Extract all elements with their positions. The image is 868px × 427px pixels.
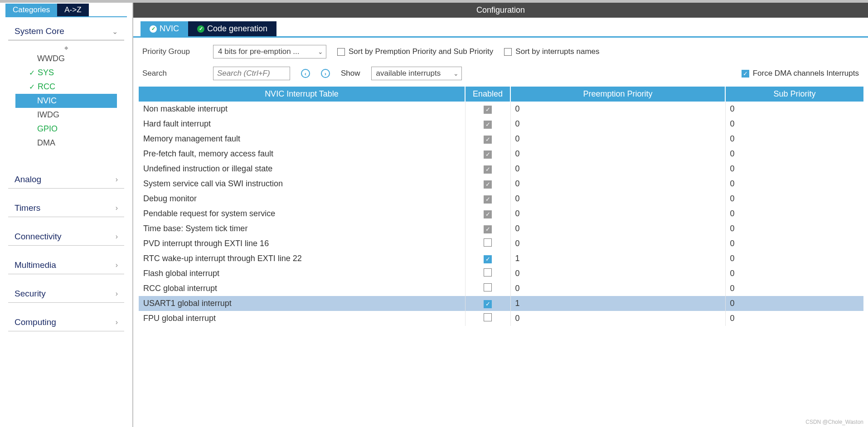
sidebar-item-rcc[interactable]: ✓RCC xyxy=(15,80,117,94)
enabled-cell: ✓ xyxy=(465,221,510,236)
sort-handle-icon[interactable]: ◆ xyxy=(9,44,123,52)
sub-priority[interactable]: 0 xyxy=(725,161,863,176)
checkbox-checked-icon: ✓ xyxy=(484,255,492,263)
sidebar-item-label: NVIC xyxy=(37,96,57,106)
search-next-icon[interactable]: › xyxy=(321,69,330,78)
sub-priority[interactable]: 0 xyxy=(725,131,863,146)
table-row[interactable]: RTC wake-up interrupt through EXTI line … xyxy=(139,251,863,266)
sub-priority[interactable]: 0 xyxy=(725,266,863,281)
table-row[interactable]: Flash global interrupt00 xyxy=(139,266,863,281)
preemption-priority[interactable]: 0 xyxy=(510,116,725,131)
check-icon: ✓ xyxy=(29,82,35,91)
table-row[interactable]: Undefined instruction or illegal state✓0… xyxy=(139,161,863,176)
col-header-subpriority[interactable]: Sub Priority xyxy=(725,87,863,102)
enabled-cell[interactable] xyxy=(465,266,510,281)
table-row[interactable]: Pre-fetch fault, memory access fault✓00 xyxy=(139,146,863,161)
preemption-priority[interactable]: 0 xyxy=(510,191,725,206)
sub-priority[interactable]: 0 xyxy=(725,176,863,191)
tab-nvic[interactable]: ✓ NVIC xyxy=(141,21,188,36)
category-analog[interactable]: Analog› xyxy=(8,170,124,189)
sub-priority[interactable]: 0 xyxy=(725,311,863,326)
preemption-priority[interactable]: 0 xyxy=(510,102,725,116)
sub-priority[interactable]: 0 xyxy=(725,116,863,131)
sidebar-tabs: Categories A->Z xyxy=(5,4,132,16)
enabled-cell: ✓ xyxy=(465,191,510,206)
search-prev-icon[interactable]: ‹ xyxy=(301,69,310,78)
sidebar-item-wwdg[interactable]: WWDG xyxy=(15,52,117,66)
table-row[interactable]: USART1 global interrupt✓10 xyxy=(139,296,863,311)
force-dma-checkbox[interactable]: ✓ Force DMA channels Interrupts xyxy=(742,69,859,78)
checkbox-checked-icon: ✓ xyxy=(484,165,492,174)
interrupt-name: PVD interrupt through EXTI line 16 xyxy=(139,236,465,251)
table-row[interactable]: Non maskable interrupt✓00 xyxy=(139,102,863,116)
preemption-priority[interactable]: 0 xyxy=(510,176,725,191)
enabled-cell[interactable]: ✓ xyxy=(465,251,510,266)
category-timers[interactable]: Timers› xyxy=(8,199,124,217)
sidebar-item-sys[interactable]: ✓SYS xyxy=(15,66,117,80)
tab-code-generation[interactable]: ✓ Code generation xyxy=(188,21,276,36)
table-row[interactable]: FPU global interrupt00 xyxy=(139,311,863,326)
search-input[interactable] xyxy=(213,67,290,80)
category-system-core[interactable]: System Core ⌄ xyxy=(8,22,124,40)
sub-priority[interactable]: 0 xyxy=(725,146,863,161)
preemption-priority[interactable]: 0 xyxy=(510,161,725,176)
enabled-cell[interactable]: ✓ xyxy=(465,296,510,311)
checkbox-unchecked-icon xyxy=(484,268,492,277)
sidebar-item-gpio[interactable]: GPIO xyxy=(15,122,117,136)
sub-priority[interactable]: 0 xyxy=(725,206,863,221)
table-row[interactable]: Memory management fault✓00 xyxy=(139,131,863,146)
sub-priority[interactable]: 0 xyxy=(725,236,863,251)
table-row[interactable]: System service call via SWI instruction✓… xyxy=(139,176,863,191)
interrupt-name: FPU global interrupt xyxy=(139,311,465,326)
table-row[interactable]: Time base: System tick timer✓00 xyxy=(139,221,863,236)
preemption-priority[interactable]: 0 xyxy=(510,131,725,146)
table-row[interactable]: Debug monitor✓00 xyxy=(139,191,863,206)
sub-priority[interactable]: 0 xyxy=(725,251,863,266)
checkbox-checked-icon: ✓ xyxy=(484,121,492,129)
tab-a-to-z[interactable]: A->Z xyxy=(57,4,88,16)
interrupt-name: USART1 global interrupt xyxy=(139,296,465,311)
chevron-right-icon: › xyxy=(116,175,118,184)
preemption-priority[interactable]: 0 xyxy=(510,311,725,326)
preemption-priority[interactable]: 0 xyxy=(510,266,725,281)
checkbox-unchecked-icon xyxy=(484,283,492,291)
table-row[interactable]: Hard fault interrupt✓00 xyxy=(139,116,863,131)
priority-group-select[interactable]: 4 bits for pre-emption ... ⌄ xyxy=(213,45,326,58)
preemption-priority[interactable]: 0 xyxy=(510,221,725,236)
interrupt-name: RTC wake-up interrupt through EXTI line … xyxy=(139,251,465,266)
preemption-priority[interactable]: 0 xyxy=(510,146,725,161)
sub-priority[interactable]: 0 xyxy=(725,281,863,296)
table-row[interactable]: Pendable request for system service✓00 xyxy=(139,206,863,221)
preemption-priority[interactable]: 0 xyxy=(510,236,725,251)
sidebar-item-iwdg[interactable]: IWDG xyxy=(15,108,117,122)
sort-by-priority-checkbox[interactable]: Sort by Premption Priority and Sub Prior… xyxy=(337,47,493,56)
enabled-cell[interactable] xyxy=(465,311,510,326)
interrupt-name: Non maskable interrupt xyxy=(139,102,465,116)
sort-by-name-checkbox[interactable]: Sort by interrupts names xyxy=(504,47,599,56)
sidebar-item-nvic[interactable]: NVIC xyxy=(15,94,117,108)
sub-priority[interactable]: 0 xyxy=(725,102,863,116)
preemption-priority[interactable]: 1 xyxy=(510,296,725,311)
category-security[interactable]: Security› xyxy=(8,284,124,303)
table-row[interactable]: RCC global interrupt00 xyxy=(139,281,863,296)
enabled-cell[interactable] xyxy=(465,236,510,251)
category-computing[interactable]: Computing› xyxy=(8,313,124,331)
show-select[interactable]: available interrupts ⌄ xyxy=(371,67,462,80)
table-row[interactable]: PVD interrupt through EXTI line 1600 xyxy=(139,236,863,251)
preemption-priority[interactable]: 0 xyxy=(510,206,725,221)
col-header-preemption[interactable]: Preemption Priority xyxy=(510,87,725,102)
checkbox-unchecked-icon xyxy=(484,238,492,247)
preemption-priority[interactable]: 0 xyxy=(510,281,725,296)
sub-priority[interactable]: 0 xyxy=(725,221,863,236)
col-header-enabled[interactable]: Enabled xyxy=(465,87,510,102)
category-connectivity[interactable]: Connectivity› xyxy=(8,227,124,246)
sub-priority[interactable]: 0 xyxy=(725,191,863,206)
sub-priority[interactable]: 0 xyxy=(725,296,863,311)
enabled-cell[interactable] xyxy=(465,281,510,296)
category-multimedia[interactable]: Multimedia› xyxy=(8,256,124,274)
tab-categories[interactable]: Categories xyxy=(5,4,57,16)
preemption-priority[interactable]: 1 xyxy=(510,251,725,266)
col-header-name[interactable]: NVIC Interrupt Table xyxy=(139,87,465,102)
configuration-title: Configuration xyxy=(133,3,868,18)
sidebar-item-dma[interactable]: DMA xyxy=(15,136,117,150)
